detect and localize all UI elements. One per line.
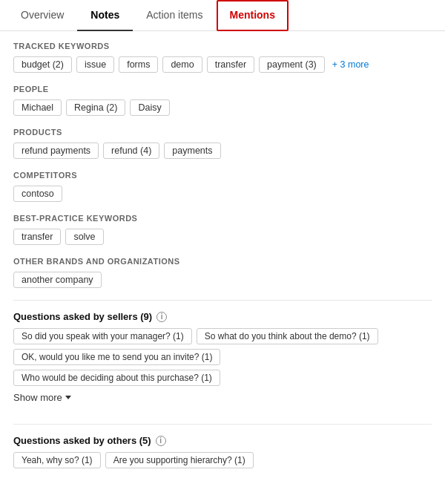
question-tag-manager[interactable]: So did you speak with your manager? (1) [13,328,192,344]
tag-solve[interactable]: solve [65,229,103,245]
section-questions-sellers: Questions asked by sellers (9) i So did … [13,311,432,413]
products-tags: refund payments refund (4) payments [13,143,432,159]
section-products: PRODUCTS refund payments refund (4) paym… [13,128,432,159]
tab-action-items[interactable]: Action items [133,0,216,31]
products-title: PRODUCTS [13,128,432,137]
chevron-down-icon [65,396,71,399]
show-more-button[interactable]: Show more [13,392,71,403]
question-tag-demo[interactable]: So what do you think about the demo? (1) [197,328,378,344]
questions-sellers-title: Questions asked by sellers (9) [13,311,152,322]
tag-issue[interactable]: issue [76,56,114,73]
section-questions-others: Questions asked by others (5) i Yeah, wh… [13,435,432,468]
best-practice-title: BEST-PRACTICE KEYWORDS [13,214,432,223]
divider-1 [13,300,432,301]
questions-others-header: Questions asked by others (5) i [13,435,432,446]
tag-forms[interactable]: forms [119,56,158,73]
section-competitors: COMPETITORS contoso [13,171,432,202]
tag-refund[interactable]: refund (4) [103,143,159,159]
question-tag-why[interactable]: Yeah, why so? (1) [13,452,101,468]
competitors-tags: contoso [13,186,432,202]
tag-transfer-bp[interactable]: transfer [13,229,61,245]
section-best-practice: BEST-PRACTICE KEYWORDS transfer solve [13,214,432,245]
tracked-keywords-title: TRACKED KEYWORDS [13,42,432,50]
tag-another-company[interactable]: another company [13,272,102,288]
tag-michael[interactable]: Michael [13,99,62,116]
tag-budget[interactable]: budget (2) [13,56,72,73]
questions-sellers-header: Questions asked by sellers (9) i [13,311,432,322]
tab-mentions[interactable]: Mentions [217,0,289,31]
questions-others-info-icon[interactable]: i [156,436,166,446]
tag-daisy[interactable]: Daisy [130,99,169,116]
other-brands-tags: another company [13,272,432,288]
competitors-title: COMPETITORS [13,171,432,180]
best-practice-tags: transfer solve [13,229,432,245]
section-tracked-keywords: TRACKED KEYWORDS budget (2) issue forms … [13,42,432,73]
main-content: TRACKED KEYWORDS budget (2) issue forms … [0,31,445,489]
tag-transfer[interactable]: transfer [207,56,254,73]
section-people: PEOPLE Michael Regina (2) Daisy [13,85,432,116]
tag-refund-payments[interactable]: refund payments [13,143,99,159]
tag-contoso[interactable]: contoso [13,186,62,202]
tag-demo[interactable]: demo [162,56,202,73]
question-tag-hierarchy[interactable]: Are you supporting hierarchy? (1) [105,452,254,468]
other-brands-title: OTHER BRANDS AND ORGANIZATIONS [13,257,432,266]
questions-others-title: Questions asked by others (5) [13,435,151,446]
tab-bar: Overview Notes Action items Mentions [0,0,445,31]
people-tags: Michael Regina (2) Daisy [13,99,432,116]
show-more-label: Show more [13,392,62,403]
show-more-keywords[interactable]: + 3 more [329,56,372,73]
tracked-keywords-tags: budget (2) issue forms demo transfer pay… [13,56,432,73]
tab-notes[interactable]: Notes [77,0,133,31]
tag-payments[interactable]: payments [164,143,220,159]
tab-overview[interactable]: Overview [7,0,77,31]
questions-sellers-tags: So did you speak with your manager? (1) … [13,328,432,386]
people-title: PEOPLE [13,85,432,94]
section-other-brands: OTHER BRANDS AND ORGANIZATIONS another c… [13,257,432,288]
divider-2 [13,424,432,425]
questions-sellers-info-icon[interactable]: i [156,312,167,322]
question-tag-purchase[interactable]: Who would be deciding about this purchas… [13,370,220,386]
question-tag-invite[interactable]: OK, would you like me to send you an inv… [13,349,220,365]
questions-others-tags: Yeah, why so? (1) Are you supporting hie… [13,452,432,468]
tag-payment[interactable]: payment (3) [259,56,325,73]
tag-regina[interactable]: Regina (2) [66,99,125,116]
